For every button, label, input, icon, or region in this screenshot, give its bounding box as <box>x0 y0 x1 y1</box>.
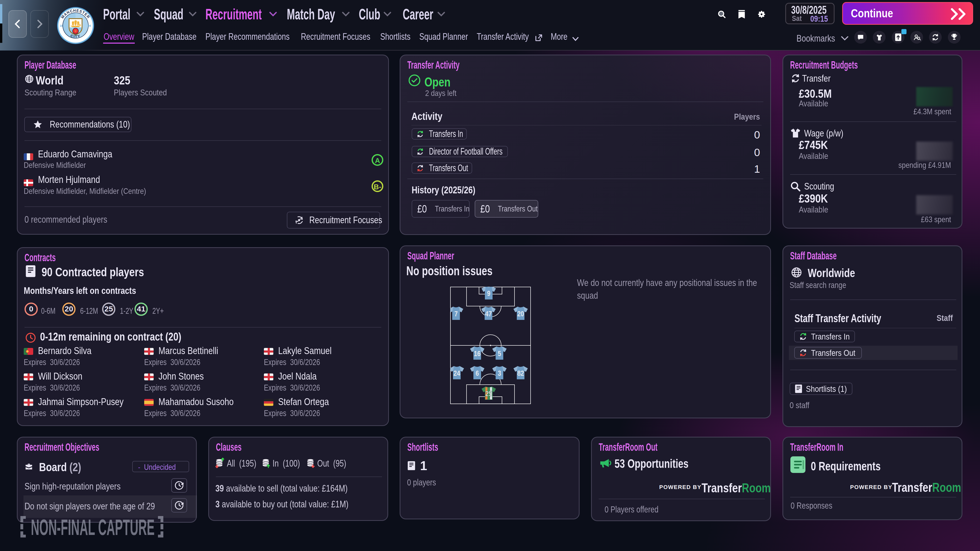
svg-text:9: 9 <box>487 289 490 297</box>
svg-text:47: 47 <box>485 310 492 318</box>
svg-text:5: 5 <box>498 349 501 358</box>
svg-text:20: 20 <box>517 310 524 318</box>
svg-text:25: 25 <box>485 389 492 398</box>
svg-text:7: 7 <box>454 310 458 318</box>
svg-text:16: 16 <box>474 349 480 358</box>
svg-text:82: 82 <box>517 369 524 377</box>
svg-text:94: 94 <box>88 24 91 27</box>
svg-text:3: 3 <box>498 369 501 377</box>
svg-text:24: 24 <box>453 369 460 377</box>
svg-text:6: 6 <box>476 369 479 377</box>
svg-text:18: 18 <box>60 24 63 27</box>
